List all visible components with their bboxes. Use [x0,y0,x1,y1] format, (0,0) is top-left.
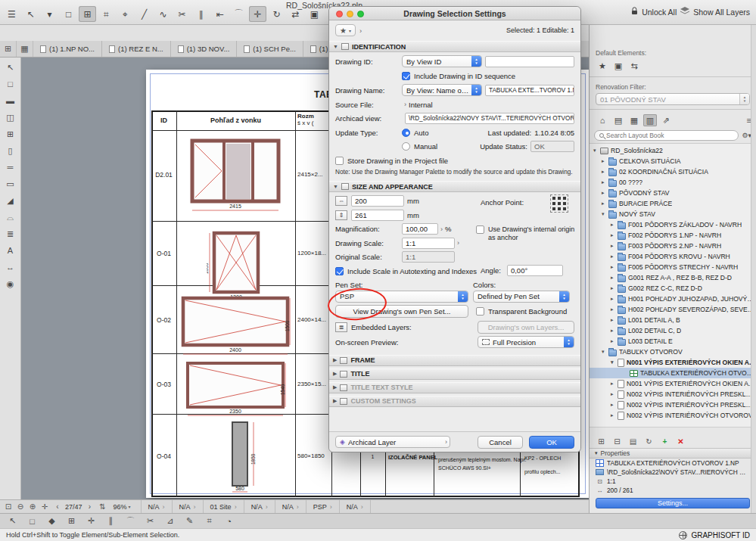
stair-tool-icon[interactable]: ≣ [2,226,18,241]
expander-icon[interactable]: ▸ [602,169,608,175]
colors-select[interactable]: Defined by Pen Set [473,291,570,303]
angle-input[interactable]: 0,00° [507,265,563,276]
zoom-stepper-icon[interactable]: ⇅ [98,502,108,512]
dimension-tool-icon[interactable]: ↔ [2,260,18,275]
favorites-icon[interactable]: ★ [596,60,609,72]
search-input[interactable] [606,132,705,139]
tree-item[interactable]: ▸ 02 KOORDINAČNÁ SITUÁCIA [590,166,756,177]
expander-icon[interactable]: ▸ [611,338,618,344]
tree-item[interactable]: ▸ PÔVODNÝ STAV [590,188,756,198]
add-icon[interactable]: + [659,436,670,446]
expander-icon[interactable]: ▸ [611,232,618,238]
layer-select[interactable]: ◈ Archicad Layer › [335,436,450,448]
drawing-scale-input[interactable]: 1:1 [402,238,455,249]
expander-icon[interactable]: ▾ [602,211,608,217]
view-pen-set-button[interactable]: View Drawing's own Pen Set... [335,305,468,318]
unlock-all-button[interactable]: Unlock All [642,8,677,17]
tree-item[interactable]: ▸ BURACIE PRÁCE [590,198,756,209]
expander-icon[interactable]: ▸ [602,201,608,207]
slab-tool-icon[interactable]: ▭ [2,176,18,191]
expander-icon[interactable]: ▸ [611,317,618,323]
tree-item[interactable]: ▸ F001 PÔDORYS ZÁKLADOV - NAVRH [590,219,756,230]
expander-icon[interactable]: ▸ [611,306,618,312]
chevron-right-icon[interactable]: › [404,101,406,108]
collapsed-section[interactable]: ▶ TITLE [329,368,580,380]
tree-item[interactable]: ▸ H002 POHĽADY SEVEROZÁPAD, SEVEROVÝCH [590,304,756,315]
minimize-button[interactable] [347,11,353,17]
section-size-appearance[interactable]: ▼ SIZE AND APPEARANCE [329,181,580,192]
update-manual-radio[interactable] [402,142,410,151]
expander-icon[interactable]: ▸ [611,285,618,291]
camera-tool-icon[interactable]: ◉ [2,276,18,291]
layout-tab[interactable]: (1) 3D NOV... [171,41,238,57]
new-master-icon[interactable]: ▤ [627,436,639,446]
snap-point-icon[interactable]: ◆ [43,515,61,527]
context-bar-item[interactable]: 01 Site › [204,500,244,513]
include-id-sequence-checkbox[interactable] [402,72,410,80]
section-identification[interactable]: ▼ IDENTIFICATION [329,41,580,52]
layout-tab[interactable]: (1) SCH Pe... [237,41,303,57]
line-tool-icon[interactable]: ╱ [135,6,153,22]
maximize-button[interactable] [357,11,364,17]
arrow-cursor-icon[interactable]: ↖ [22,6,39,22]
tree-item[interactable]: ▸ CELKOVA SITUÁCIA [590,156,756,166]
chevron-down-icon[interactable]: ▾ [41,6,58,22]
context-bar-item[interactable]: N/A › [244,500,275,513]
tree-item[interactable]: ▸ N002 VÝPIS INTERIÉROVÝCH OTVOROV [590,410,756,421]
transparent-background-checkbox[interactable] [476,307,484,316]
expander-icon[interactable]: ▸ [611,402,618,408]
cancel-button[interactable]: Cancel [478,436,523,449]
grid-icon[interactable]: ⊞ [63,515,80,527]
collapsed-section[interactable]: ▶ CUSTOM SETTINGS [329,396,580,407]
drawing-id-input[interactable] [485,56,574,67]
tree-item[interactable]: ▸ L003 DETAIL E [590,336,756,347]
context-bar-item[interactable]: PSP › [306,500,340,513]
fillet-icon[interactable]: ⌒ [230,6,247,22]
pen-set-select[interactable]: PSP [335,291,468,303]
tree-item[interactable]: ▾ NOVÝ STAV [590,209,756,219]
anchor-point-grid[interactable] [550,194,568,213]
expander-icon[interactable]: ▸ [611,222,618,228]
tree-item[interactable]: ▾ RD_Sološnícka22 [590,145,756,156]
project-map-icon[interactable]: ▤ [611,114,625,126]
tree-item[interactable]: ▸ 00 ???? [590,177,756,188]
tree-item[interactable]: ▸ G002 REZ C-C, REZ D-D [590,283,756,294]
tree-item[interactable]: ▾ N001 VÝPIS EXTERIÉROVÝCH OKIEN A DVERÍ [590,357,756,368]
drawing-name-mode-select[interactable]: By View: Name only [402,84,482,96]
update-auto-radio[interactable] [402,129,410,137]
expand-icon[interactable]: › [359,26,362,35]
beam-tool-icon[interactable]: ═ [2,160,18,175]
expander-icon[interactable]: ▾ [611,359,618,365]
expander-icon[interactable]: ▸ [611,381,618,387]
tree-item[interactable]: ▸ L002 DETAIL C, D [590,325,756,336]
collapsed-section[interactable]: ▶ FRAME [329,355,580,366]
expander-icon[interactable]: ▸ [611,264,618,270]
hatch-icon[interactable]: ⌗ [201,515,218,527]
marquee-icon[interactable]: □ [60,6,77,22]
height-input[interactable]: 261 [351,210,404,221]
arrow-tool-icon[interactable]: ↖ [2,60,18,75]
scissors-icon[interactable]: ✂ [173,6,191,22]
arc-icon[interactable]: ⌒ [122,515,139,527]
scrollbar[interactable] [751,25,756,513]
roof-tool-icon[interactable]: ◢ [2,193,18,208]
tab-overview-icon[interactable]: ⊞ [0,41,17,57]
expander-icon[interactable]: ▸ [611,253,618,260]
width-input[interactable]: 200 [351,195,404,207]
layout-book-icon[interactable]: ▥ [643,114,657,126]
expander-icon[interactable]: ▸ [611,391,618,397]
window-tool-icon[interactable]: ⊞ [2,126,18,141]
element-settings-icon[interactable]: ▣ [611,60,625,72]
graphisoft-id[interactable]: GRAPHISOFT ID [691,531,750,539]
embedded-layers-button[interactable]: Drawing's own Layers... [478,321,574,334]
split-icon[interactable]: ∥ [192,6,210,22]
delete-icon[interactable]: ✕ [675,436,686,446]
shell-tool-icon[interactable]: ⌓ [2,210,18,225]
project-chooser-icon[interactable]: ⌂ [596,114,609,126]
move-icon[interactable]: ✛ [82,515,100,527]
pan-icon[interactable]: ✛ [39,502,50,512]
annotate-icon[interactable]: ✎ [181,515,198,527]
context-bar-item[interactable]: N/A › [275,500,306,513]
tree-item[interactable]: ▸ L001 DETAIL A, B [590,315,756,325]
tree-item[interactable]: ▾ TABUĽKY OTVOROV [590,347,756,357]
